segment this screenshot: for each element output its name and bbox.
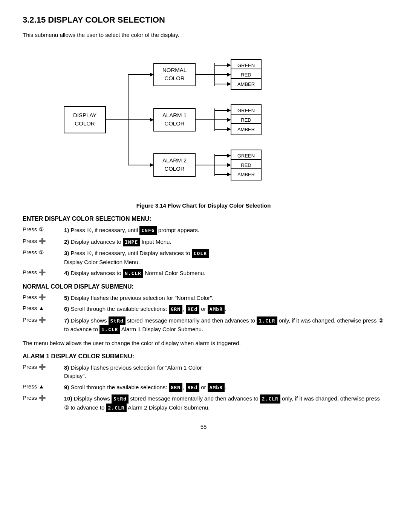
section-alarm1-color: ALARM 1 DISPLAY COLOR SUBMENU: [23,353,384,360]
step-7-row: Press ➕ 7) Display shows StRd stored mes… [23,316,384,334]
intro-text: This submenu allows the user to select t… [23,32,384,38]
svg-text:ALARM 2: ALARM 2 [162,157,187,164]
svg-text:COLOR: COLOR [75,120,95,127]
step-10-content: 10) Display shows StRd stored message mo… [64,394,384,412]
step-2-row: Press ➕ 2) Display advances to INPE Inpu… [23,238,384,247]
step-2-content: 2) Display advances to INPE Input Menu. [64,238,171,247]
step-6-content: 6) Scroll through the available selectio… [64,305,226,314]
step-4-press: Press ➕ [23,269,64,276]
step-4-content: 4) Display advances to N.CLR Normal Colo… [64,269,205,278]
normal-color-steps: Press ➕ 5) Display flashes the previous … [23,294,384,334]
lcd-2clr2: 2.CLR [106,404,126,413]
step-9-content: 9) Scroll through the available selectio… [64,383,226,392]
svg-rect-0 [64,107,106,133]
svg-marker-7 [150,73,154,76]
svg-text:AMBER: AMBER [237,127,255,132]
lcd-grn1: GRN [169,305,182,314]
alarm-paragraph: The menu below allows the user to change… [23,339,384,348]
step-2-press: Press ➕ [23,238,64,245]
step-8-press: Press ➕ [23,364,64,370]
lcd-red1: REd [186,305,199,314]
svg-marker-26 [150,118,154,122]
section-enter-display: ENTER DISPLAY COLOR SELECTION MENU: [23,216,384,222]
lcd-strd2: StRd [112,394,129,404]
step-5-press: Press ➕ [23,294,64,301]
step-4-row: Press ➕ 4) Display advances to N.CLR Nor… [23,269,384,278]
svg-marker-18 [227,73,231,76]
svg-marker-22 [227,82,231,86]
lcd-1clr1: 1.CLR [257,316,277,326]
step-9-row: Press ▲ 9) Scroll through the available … [23,383,384,392]
step-7-content: 7) Display shows StRd stored message mom… [64,316,384,334]
step-1-row: Press ② 1) Press ②, if necessary, until … [23,226,384,235]
lcd-1clr2: 1.CLR [99,325,120,334]
lcd-colr: COLR [192,249,209,258]
lcd-grn2: GRN [169,383,182,392]
svg-text:GREEN: GREEN [237,153,255,159]
lcd-inpe: INPE [123,238,140,247]
step-6-row: Press ▲ 6) Scroll through the available … [23,305,384,314]
svg-marker-37 [227,118,231,122]
step-10-row: Press ➕ 10) Display shows StRd stored me… [23,394,384,412]
lcd-strd1: StRd [109,316,125,326]
step-5-content: 5) Display flashes the previous selectio… [64,294,214,303]
lcd-cnfg: CNFG [139,226,156,235]
flow-chart: DISPLAY COLOR NORMAL COLOR GREEN RED AMB… [57,46,350,197]
svg-text:RED: RED [241,117,251,123]
step-3-press: Press ② [23,249,64,256]
figure-caption: Figure 3.14 Flow Chart for Display Color… [23,202,384,209]
step-8-content: 8) Display flashes previous selection fo… [64,364,202,381]
svg-text:COLOR: COLOR [164,75,185,81]
page-number: 55 [23,423,384,430]
step-1-press: Press ② [23,226,64,233]
lcd-ambr1: AMbR [208,305,225,314]
svg-text:GREEN: GREEN [237,63,255,68]
svg-text:NORMAL: NORMAL [162,67,187,73]
svg-text:RED: RED [241,162,251,168]
svg-marker-56 [227,163,231,167]
step-7-press: Press ➕ [23,316,64,323]
step-9-press: Press ▲ [23,383,64,390]
alarm1-color-steps: Press ➕ 8) Display flashes previous sele… [23,364,384,413]
enter-display-steps: Press ② 1) Press ②, if necessary, until … [23,226,384,278]
page-title: 3.2.15 DISPLAY COLOR SELECTION [23,15,384,25]
lcd-2clr1: 2.CLR [260,394,280,404]
svg-marker-52 [227,154,231,157]
step-8-row: Press ➕ 8) Display flashes previous sele… [23,364,384,381]
svg-text:COLOR: COLOR [164,120,185,127]
step-6-press: Press ▲ [23,305,64,311]
step-5-row: Press ➕ 5) Display flashes the previous … [23,294,384,303]
svg-text:GREEN: GREEN [237,108,255,113]
svg-text:AMBER: AMBER [237,81,255,87]
lcd-nclr: N.CLR [123,269,143,278]
step-10-press: Press ➕ [23,394,64,401]
svg-marker-14 [227,63,231,67]
svg-marker-41 [227,127,231,131]
svg-text:AMBER: AMBER [237,172,255,177]
svg-marker-45 [150,163,154,167]
section-normal-color: NORMAL COLOR DISPLAY SUBMENU: [23,283,384,290]
svg-text:DISPLAY: DISPLAY [73,112,96,118]
svg-marker-60 [227,173,231,176]
svg-text:ALARM 1: ALARM 1 [162,112,187,118]
step-1-content: 1) Press ②, if necessary, until CNFG pro… [64,226,199,235]
svg-text:COLOR: COLOR [164,165,185,172]
lcd-ambr2: AMbR [208,383,225,392]
svg-marker-33 [227,109,231,112]
lcd-red2: REd [186,383,199,392]
svg-text:RED: RED [241,72,251,78]
step-3-content: 3) Press ②, if necessary, until Display … [64,249,209,266]
step-3-row: Press ② 3) Press ②, if necessary, until … [23,249,384,266]
